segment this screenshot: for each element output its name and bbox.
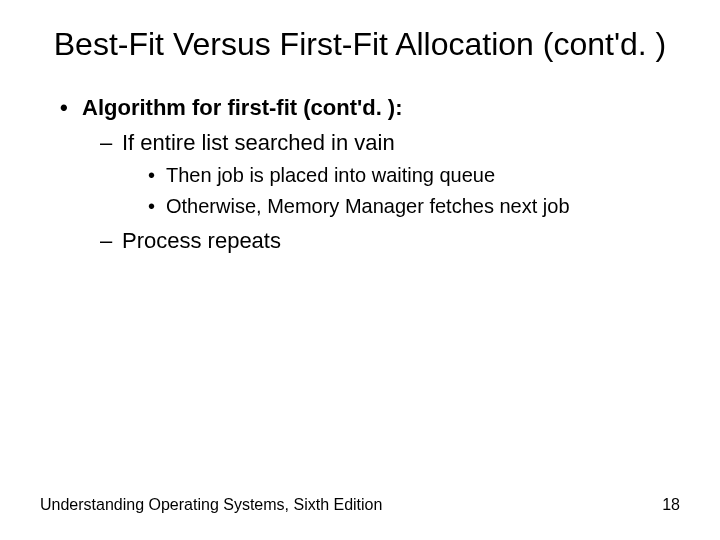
bullet-level-3: Then job is placed into waiting queue <box>148 162 680 189</box>
bullet-level-1: Algorithm for first-fit (cont'd. ): <box>60 93 680 123</box>
slide-title: Best-Fit Versus First-Fit Allocation (co… <box>40 26 680 63</box>
bullet-level-2: Process repeats <box>100 226 680 256</box>
page-number: 18 <box>662 496 680 514</box>
bullet-level-3: Otherwise, Memory Manager fetches next j… <box>148 193 680 220</box>
slide-footer: Understanding Operating Systems, Sixth E… <box>40 496 680 514</box>
slide: Best-Fit Versus First-Fit Allocation (co… <box>0 0 720 540</box>
footer-source: Understanding Operating Systems, Sixth E… <box>40 496 382 514</box>
bullet-level-2: If entire list searched in vain <box>100 128 680 158</box>
slide-content: Algorithm for first-fit (cont'd. ): If e… <box>40 93 680 256</box>
